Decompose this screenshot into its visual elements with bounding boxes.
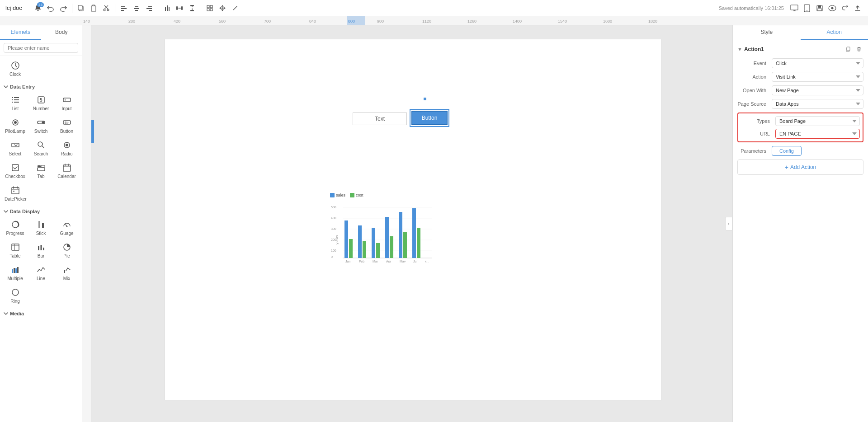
saved-status: Saved automatically 16:01:25 (719, 5, 784, 11)
preview-icon[interactable] (827, 3, 837, 13)
page-source-select[interactable]: Data Apps (772, 99, 863, 109)
element-checkbox[interactable]: Checkbox (3, 160, 28, 182)
element-tab[interactable]: Tab (28, 160, 53, 182)
tab-action[interactable]: Action (801, 25, 868, 40)
parameters-row: Parameters Config (737, 146, 863, 156)
search-input[interactable] (4, 43, 78, 53)
element-radio[interactable]: Radio (54, 137, 79, 159)
ruler-area: 140 280 420 560 700 840 800 980 1120 126… (0, 16, 868, 25)
align-center-icon[interactable] (132, 3, 142, 13)
action-delete-icon[interactable] (854, 45, 863, 54)
collapse-arrow-icon[interactable]: ▼ (737, 47, 742, 52)
align-top-icon[interactable] (162, 3, 172, 13)
svg-text:1540: 1540 (558, 19, 567, 23)
tablet-icon[interactable] (802, 3, 812, 13)
svg-rect-51 (12, 99, 13, 100)
element-mix[interactable]: Mix (54, 262, 79, 284)
canvas-button-element[interactable]: Button (411, 111, 448, 125)
move-icon[interactable] (217, 3, 227, 13)
tab-elemets[interactable]: Elemets (0, 25, 41, 40)
notification-icon[interactable]: 33 (33, 3, 43, 13)
element-guage[interactable]: Guage (54, 217, 79, 239)
tab-body[interactable]: Body (41, 25, 82, 40)
clock-section: Clock (0, 56, 82, 81)
line-icon (36, 265, 46, 275)
cut-icon[interactable] (101, 3, 111, 13)
distribute-h-icon[interactable] (175, 3, 184, 13)
canvas-inner: Text Button sales (165, 39, 662, 400)
types-select[interactable]: Board Page (775, 116, 860, 126)
svg-rect-53 (12, 102, 13, 103)
canvas-scroll[interactable]: Text Button sales (94, 25, 732, 422)
svg-text:1120: 1120 (422, 19, 431, 23)
svg-rect-119 (399, 212, 402, 258)
svg-point-3 (104, 9, 105, 11)
group-icon[interactable] (205, 3, 215, 13)
svg-rect-85 (14, 268, 15, 273)
event-select[interactable]: Click (772, 58, 863, 68)
svg-rect-69 (38, 165, 41, 167)
svg-text:1400: 1400 (513, 19, 522, 23)
action-copy-icon[interactable] (844, 45, 853, 54)
svg-rect-7 (121, 10, 124, 11)
tab-icon (36, 163, 46, 173)
types-row: Types Board Page (741, 116, 860, 126)
element-list[interactable]: List (3, 92, 28, 114)
section-data-display[interactable]: Data Display (0, 206, 82, 216)
element-pilotlamp[interactable]: PilotLamp (3, 115, 28, 136)
element-pie[interactable]: Pie (54, 239, 79, 261)
desktop-icon[interactable] (789, 3, 799, 13)
svg-text:560: 560 (219, 19, 226, 23)
element-table[interactable]: Table (3, 239, 28, 261)
svg-rect-50 (14, 97, 19, 98)
paste-icon[interactable] (89, 3, 99, 13)
svg-point-90 (14, 291, 17, 294)
tab-style[interactable]: Style (733, 25, 801, 40)
align-left-icon[interactable] (119, 3, 129, 13)
collapse-right-panel[interactable]: › (725, 217, 732, 230)
draw-icon[interactable] (230, 3, 240, 13)
svg-rect-14 (165, 7, 166, 11)
element-input[interactable]: Input (54, 92, 79, 114)
action1-title-group: ▼ Action1 (737, 46, 764, 52)
element-switch[interactable]: Switch (28, 115, 53, 136)
section-media[interactable]: Media (0, 308, 82, 318)
element-calendar[interactable]: Calendar (54, 160, 79, 182)
element-number[interactable]: 5 Number (28, 92, 53, 114)
redo-icon[interactable] (58, 3, 68, 13)
copy-icon[interactable] (76, 3, 86, 13)
element-line[interactable]: Line (28, 262, 53, 284)
url-select[interactable]: EN PAGE (775, 129, 860, 139)
undo-icon[interactable] (46, 3, 56, 13)
element-search[interactable]: Search (28, 137, 53, 159)
element-stick[interactable]: Stick (28, 217, 53, 239)
element-ring[interactable]: Ring (3, 285, 28, 306)
svg-rect-117 (385, 217, 389, 258)
canvas-text-element[interactable]: Text (353, 113, 407, 125)
svg-text:Apr: Apr (386, 260, 392, 263)
publish-icon[interactable] (853, 3, 863, 13)
element-datepicker[interactable]: DatePicker (3, 183, 28, 204)
main-layout: Elemets Body Clock Data Entry (0, 25, 868, 422)
svg-text:1820: 1820 (648, 19, 657, 23)
element-bar[interactable]: Bar (28, 239, 53, 261)
multiple-icon (10, 265, 20, 275)
open-with-select[interactable]: New Page (772, 85, 863, 95)
align-right-icon[interactable] (144, 3, 154, 13)
element-button[interactable]: Btn Button (54, 115, 79, 136)
svg-rect-12 (146, 8, 152, 9)
action-select[interactable]: Visit Link (772, 72, 863, 82)
svg-rect-49 (12, 97, 13, 98)
section-data-entry[interactable]: Data Entry (0, 81, 82, 91)
svg-text:840: 840 (309, 19, 316, 23)
save-icon[interactable] (815, 3, 825, 13)
share-icon[interactable] (840, 3, 850, 13)
element-multiple[interactable]: Multiple (3, 262, 28, 284)
svg-point-4 (107, 9, 109, 11)
element-select[interactable]: Select (3, 137, 28, 159)
element-clock[interactable]: Clock (3, 58, 28, 80)
config-button[interactable]: Config (772, 146, 802, 156)
add-action-button[interactable]: + Add Action (737, 159, 863, 175)
distribute-v-icon[interactable] (187, 3, 197, 13)
element-progress[interactable]: Progress (3, 217, 28, 239)
